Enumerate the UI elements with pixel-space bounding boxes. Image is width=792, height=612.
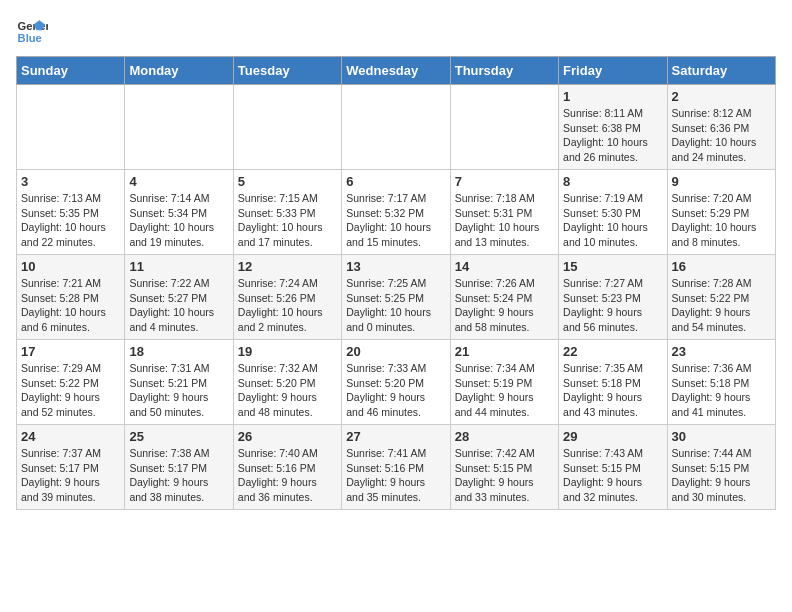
calendar-cell: 21Sunrise: 7:34 AM Sunset: 5:19 PM Dayli… [450,340,558,425]
day-number: 15 [563,259,662,274]
day-info: Sunrise: 7:27 AM Sunset: 5:23 PM Dayligh… [563,276,662,335]
calendar-cell: 14Sunrise: 7:26 AM Sunset: 5:24 PM Dayli… [450,255,558,340]
day-number: 6 [346,174,445,189]
weekday-header: Thursday [450,57,558,85]
day-number: 9 [672,174,771,189]
calendar-cell: 12Sunrise: 7:24 AM Sunset: 5:26 PM Dayli… [233,255,341,340]
day-info: Sunrise: 7:41 AM Sunset: 5:16 PM Dayligh… [346,446,445,505]
day-number: 26 [238,429,337,444]
calendar-cell: 2Sunrise: 8:12 AM Sunset: 6:36 PM Daylig… [667,85,775,170]
day-number: 1 [563,89,662,104]
calendar-cell: 8Sunrise: 7:19 AM Sunset: 5:30 PM Daylig… [559,170,667,255]
calendar-week-row: 1Sunrise: 8:11 AM Sunset: 6:38 PM Daylig… [17,85,776,170]
calendar-cell [342,85,450,170]
day-info: Sunrise: 7:38 AM Sunset: 5:17 PM Dayligh… [129,446,228,505]
day-info: Sunrise: 7:43 AM Sunset: 5:15 PM Dayligh… [563,446,662,505]
day-info: Sunrise: 7:28 AM Sunset: 5:22 PM Dayligh… [672,276,771,335]
day-info: Sunrise: 7:21 AM Sunset: 5:28 PM Dayligh… [21,276,120,335]
day-number: 23 [672,344,771,359]
calendar-cell: 27Sunrise: 7:41 AM Sunset: 5:16 PM Dayli… [342,425,450,510]
day-info: Sunrise: 7:13 AM Sunset: 5:35 PM Dayligh… [21,191,120,250]
calendar-cell: 9Sunrise: 7:20 AM Sunset: 5:29 PM Daylig… [667,170,775,255]
day-number: 19 [238,344,337,359]
day-info: Sunrise: 7:22 AM Sunset: 5:27 PM Dayligh… [129,276,228,335]
calendar-cell: 4Sunrise: 7:14 AM Sunset: 5:34 PM Daylig… [125,170,233,255]
calendar-cell: 1Sunrise: 8:11 AM Sunset: 6:38 PM Daylig… [559,85,667,170]
calendar-cell: 18Sunrise: 7:31 AM Sunset: 5:21 PM Dayli… [125,340,233,425]
calendar-cell: 22Sunrise: 7:35 AM Sunset: 5:18 PM Dayli… [559,340,667,425]
day-info: Sunrise: 7:34 AM Sunset: 5:19 PM Dayligh… [455,361,554,420]
day-info: Sunrise: 7:20 AM Sunset: 5:29 PM Dayligh… [672,191,771,250]
day-info: Sunrise: 7:37 AM Sunset: 5:17 PM Dayligh… [21,446,120,505]
day-info: Sunrise: 8:12 AM Sunset: 6:36 PM Dayligh… [672,106,771,165]
calendar-cell: 13Sunrise: 7:25 AM Sunset: 5:25 PM Dayli… [342,255,450,340]
calendar-cell [233,85,341,170]
calendar-cell: 3Sunrise: 7:13 AM Sunset: 5:35 PM Daylig… [17,170,125,255]
day-number: 12 [238,259,337,274]
calendar-cell: 24Sunrise: 7:37 AM Sunset: 5:17 PM Dayli… [17,425,125,510]
calendar-cell: 19Sunrise: 7:32 AM Sunset: 5:20 PM Dayli… [233,340,341,425]
calendar-cell: 20Sunrise: 7:33 AM Sunset: 5:20 PM Dayli… [342,340,450,425]
day-info: Sunrise: 7:24 AM Sunset: 5:26 PM Dayligh… [238,276,337,335]
calendar-week-row: 10Sunrise: 7:21 AM Sunset: 5:28 PM Dayli… [17,255,776,340]
day-info: Sunrise: 7:32 AM Sunset: 5:20 PM Dayligh… [238,361,337,420]
calendar-cell: 10Sunrise: 7:21 AM Sunset: 5:28 PM Dayli… [17,255,125,340]
day-info: Sunrise: 7:35 AM Sunset: 5:18 PM Dayligh… [563,361,662,420]
day-number: 25 [129,429,228,444]
day-info: Sunrise: 7:40 AM Sunset: 5:16 PM Dayligh… [238,446,337,505]
day-number: 10 [21,259,120,274]
day-info: Sunrise: 7:18 AM Sunset: 5:31 PM Dayligh… [455,191,554,250]
calendar-cell: 11Sunrise: 7:22 AM Sunset: 5:27 PM Dayli… [125,255,233,340]
logo-icon: General Blue [16,16,48,48]
day-number: 29 [563,429,662,444]
day-info: Sunrise: 7:31 AM Sunset: 5:21 PM Dayligh… [129,361,228,420]
day-number: 5 [238,174,337,189]
day-number: 20 [346,344,445,359]
day-number: 21 [455,344,554,359]
calendar-cell: 7Sunrise: 7:18 AM Sunset: 5:31 PM Daylig… [450,170,558,255]
weekday-header: Sunday [17,57,125,85]
day-number: 4 [129,174,228,189]
calendar-cell: 16Sunrise: 7:28 AM Sunset: 5:22 PM Dayli… [667,255,775,340]
day-info: Sunrise: 7:29 AM Sunset: 5:22 PM Dayligh… [21,361,120,420]
day-number: 7 [455,174,554,189]
calendar-cell: 29Sunrise: 7:43 AM Sunset: 5:15 PM Dayli… [559,425,667,510]
page-header: General Blue [16,16,776,48]
weekday-header: Monday [125,57,233,85]
weekday-header: Friday [559,57,667,85]
weekday-header: Wednesday [342,57,450,85]
day-number: 8 [563,174,662,189]
day-info: Sunrise: 7:44 AM Sunset: 5:15 PM Dayligh… [672,446,771,505]
calendar-week-row: 24Sunrise: 7:37 AM Sunset: 5:17 PM Dayli… [17,425,776,510]
day-number: 28 [455,429,554,444]
day-info: Sunrise: 7:42 AM Sunset: 5:15 PM Dayligh… [455,446,554,505]
day-number: 2 [672,89,771,104]
calendar-cell: 30Sunrise: 7:44 AM Sunset: 5:15 PM Dayli… [667,425,775,510]
day-number: 22 [563,344,662,359]
day-number: 16 [672,259,771,274]
calendar-cell: 5Sunrise: 7:15 AM Sunset: 5:33 PM Daylig… [233,170,341,255]
day-number: 30 [672,429,771,444]
calendar-week-row: 17Sunrise: 7:29 AM Sunset: 5:22 PM Dayli… [17,340,776,425]
day-info: Sunrise: 7:19 AM Sunset: 5:30 PM Dayligh… [563,191,662,250]
svg-text:Blue: Blue [18,32,42,44]
day-number: 17 [21,344,120,359]
day-info: Sunrise: 7:15 AM Sunset: 5:33 PM Dayligh… [238,191,337,250]
calendar-cell [125,85,233,170]
calendar-cell: 25Sunrise: 7:38 AM Sunset: 5:17 PM Dayli… [125,425,233,510]
calendar-cell: 26Sunrise: 7:40 AM Sunset: 5:16 PM Dayli… [233,425,341,510]
day-info: Sunrise: 7:17 AM Sunset: 5:32 PM Dayligh… [346,191,445,250]
calendar-cell [17,85,125,170]
day-info: Sunrise: 7:33 AM Sunset: 5:20 PM Dayligh… [346,361,445,420]
day-info: Sunrise: 7:25 AM Sunset: 5:25 PM Dayligh… [346,276,445,335]
day-info: Sunrise: 7:26 AM Sunset: 5:24 PM Dayligh… [455,276,554,335]
calendar-week-row: 3Sunrise: 7:13 AM Sunset: 5:35 PM Daylig… [17,170,776,255]
day-number: 18 [129,344,228,359]
weekday-header: Tuesday [233,57,341,85]
day-number: 27 [346,429,445,444]
calendar-cell: 17Sunrise: 7:29 AM Sunset: 5:22 PM Dayli… [17,340,125,425]
weekday-header: Saturday [667,57,775,85]
calendar-cell [450,85,558,170]
day-number: 24 [21,429,120,444]
calendar-cell: 15Sunrise: 7:27 AM Sunset: 5:23 PM Dayli… [559,255,667,340]
